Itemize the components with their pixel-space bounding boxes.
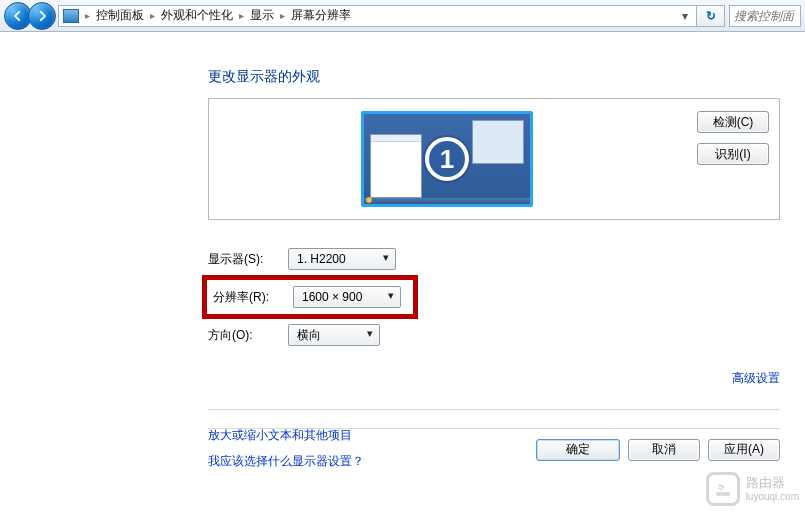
breadcrumb-item[interactable]: 屏幕分辨率 <box>291 7 351 24</box>
detect-button[interactable]: 检测(C) <box>697 111 769 133</box>
identify-button[interactable]: 识别(I) <box>697 143 769 165</box>
control-panel-icon <box>63 9 79 23</box>
arrow-right-icon <box>35 9 49 23</box>
content-area: 更改显示器的外观 1 检测(C) 识别(I) 显示器(S): 1. H2200 … <box>0 32 805 475</box>
resolution-label: 分辨率(R): <box>213 289 293 306</box>
preview-taskbar-icon <box>364 198 530 204</box>
watermark-sub: luyouqi.com <box>746 491 799 502</box>
search-input[interactable] <box>729 5 801 27</box>
dialog-footer: 确定 取消 应用(A) <box>208 428 780 461</box>
refresh-button[interactable]: ↻ <box>697 5 725 27</box>
orientation-row: 方向(O): 横向 <box>208 316 780 354</box>
monitor-number: 1 <box>425 137 469 181</box>
nav-buttons <box>4 2 52 30</box>
resolution-value: 1600 × 900 <box>302 290 362 304</box>
chevron-right-icon: ▸ <box>280 10 285 21</box>
breadcrumb-dropdown[interactable]: ▾ <box>678 9 692 23</box>
display-select[interactable]: 1. H2200 <box>288 248 396 270</box>
refresh-icon: ↻ <box>706 9 716 23</box>
toolbar: ▸ 控制面板 ▸ 外观和个性化 ▸ 显示 ▸ 屏幕分辨率 ▾ ↻ <box>0 0 805 32</box>
resolution-row: 分辨率(R): 1600 × 900 <box>208 278 780 316</box>
chevron-right-icon: ▸ <box>85 10 90 21</box>
chevron-right-icon: ▸ <box>150 10 155 21</box>
display-value: 1. H2200 <box>297 252 346 266</box>
display-row: 显示器(S): 1. H2200 <box>208 240 780 278</box>
breadcrumb-item[interactable]: 控制面板 <box>96 7 144 24</box>
breadcrumb[interactable]: ▸ 控制面板 ▸ 外观和个性化 ▸ 显示 ▸ 屏幕分辨率 ▾ <box>58 5 697 27</box>
orientation-label: 方向(O): <box>208 327 288 344</box>
forward-button[interactable] <box>28 2 56 30</box>
resolution-highlight: 分辨率(R): 1600 × 900 <box>202 275 418 319</box>
watermark: 路由器 luyouqi.com <box>706 472 799 506</box>
page-title: 更改显示器的外观 <box>208 68 805 86</box>
preview-start-icon <box>366 197 372 203</box>
cancel-button[interactable]: 取消 <box>628 439 700 461</box>
monitor-preview[interactable]: 1 <box>361 111 533 207</box>
arrow-left-icon <box>11 9 25 23</box>
advanced-settings-row: 高级设置 <box>208 370 780 387</box>
settings-form: 显示器(S): 1. H2200 分辨率(R): 1600 × 900 方向(O… <box>208 240 780 354</box>
orientation-value: 横向 <box>297 327 321 344</box>
preview-window-icon <box>370 134 422 198</box>
display-label: 显示器(S): <box>208 251 288 268</box>
watermark-title: 路由器 <box>746 476 799 490</box>
monitor-preview-frame: 1 检测(C) 识别(I) <box>208 98 780 220</box>
ok-button[interactable]: 确定 <box>536 439 620 461</box>
breadcrumb-item[interactable]: 外观和个性化 <box>161 7 233 24</box>
chevron-right-icon: ▸ <box>239 10 244 21</box>
breadcrumb-item[interactable]: 显示 <box>250 7 274 24</box>
preview-window-icon <box>472 120 524 164</box>
resolution-select[interactable]: 1600 × 900 <box>293 286 401 308</box>
orientation-select[interactable]: 横向 <box>288 324 380 346</box>
router-icon <box>706 472 740 506</box>
apply-button[interactable]: 应用(A) <box>708 439 780 461</box>
advanced-settings-link[interactable]: 高级设置 <box>732 371 780 385</box>
